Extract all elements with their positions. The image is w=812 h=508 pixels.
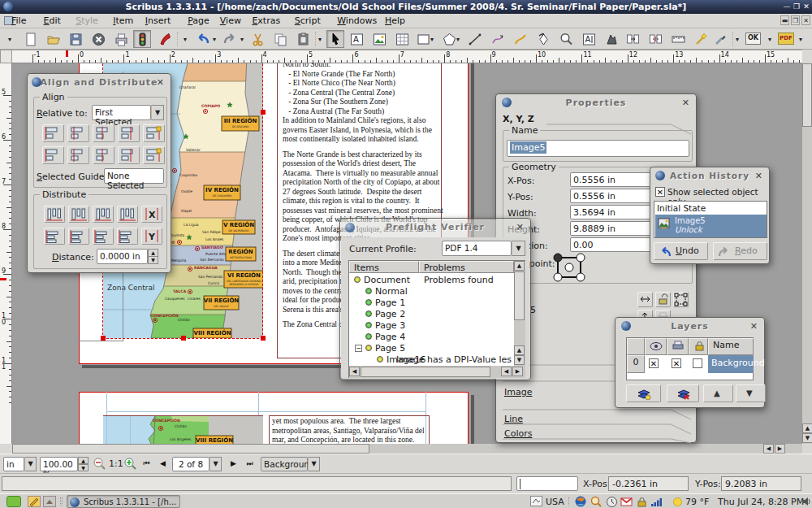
map-south-chile-image[interactable]: VIII REGIÓNCONCEPCIÓNChillánLos Angeles bbox=[103, 416, 263, 444]
scroll-down-icon[interactable]: ▼ bbox=[802, 433, 812, 443]
pdf-field-button[interactable]: PDF bbox=[778, 33, 794, 45]
select-caret[interactable]: ▾ bbox=[318, 36, 322, 43]
layer-lock-checkbox[interactable] bbox=[693, 358, 702, 368]
page-select[interactable]: 2 of 8 bbox=[172, 457, 209, 471]
tab-line[interactable]: Line bbox=[504, 414, 523, 424]
close-button[interactable]: ✕ bbox=[802, 2, 810, 11]
selection-handle[interactable] bbox=[181, 336, 186, 341]
flip-horizontal-button[interactable] bbox=[637, 292, 653, 307]
unlink-text-frames-button[interactable] bbox=[646, 30, 664, 48]
menu-view[interactable]: View bbox=[220, 15, 241, 26]
align-dialog-titlebar[interactable]: Align and Distribute ✕ bbox=[28, 75, 170, 90]
name-input[interactable]: Image5 bbox=[507, 140, 689, 157]
chevron-down-icon[interactable]: ▼ bbox=[512, 241, 525, 256]
distribute-button[interactable] bbox=[44, 206, 65, 223]
select-item-button[interactable] bbox=[326, 30, 344, 48]
tab-colors[interactable]: Colors bbox=[504, 428, 532, 439]
link-text-frames-button[interactable] bbox=[624, 30, 641, 48]
pdf-ok-button[interactable]: OK bbox=[745, 33, 761, 45]
chevron-down-icon[interactable]: ▼ bbox=[209, 457, 222, 471]
insert-freehand-button[interactable] bbox=[512, 30, 529, 48]
launcher-tool-icon[interactable] bbox=[43, 496, 56, 507]
print-button[interactable] bbox=[112, 30, 130, 48]
task-button-scribus[interactable]: Scribus 1.3.3.11 - [/h... bbox=[67, 495, 180, 508]
window-titlebar[interactable]: Scribus 1.3.3.11 - [/home/zach/Documents… bbox=[0, 0, 812, 14]
mdi-restore-button[interactable]: ❐ bbox=[791, 15, 800, 25]
distribute-button[interactable] bbox=[93, 228, 114, 245]
new-document-button[interactable] bbox=[21, 30, 39, 48]
copy-properties-button[interactable] bbox=[692, 30, 710, 48]
close-icon[interactable]: ✕ bbox=[750, 321, 758, 332]
delete-layer-button[interactable] bbox=[667, 384, 699, 402]
tray-gmail-icon[interactable] bbox=[620, 496, 633, 508]
story-editor-button[interactable] bbox=[603, 30, 620, 48]
zoom-button[interactable] bbox=[557, 30, 575, 48]
volume-icon[interactable] bbox=[801, 496, 812, 508]
zoom-out-icon[interactable] bbox=[93, 457, 106, 473]
zoom-spin-up[interactable]: ▲ bbox=[78, 457, 89, 464]
insert-line-button[interactable] bbox=[466, 30, 484, 48]
tab-image[interactable]: Image bbox=[504, 387, 532, 397]
redo-caret[interactable]: ▾ bbox=[213, 36, 216, 43]
cut-button[interactable] bbox=[248, 30, 266, 48]
mdi-close-button[interactable]: ✕ bbox=[801, 15, 810, 25]
history-item-selected[interactable]: Image5 Unlock bbox=[655, 215, 767, 237]
vertical-ruler[interactable]: 567891011 bbox=[0, 63, 12, 444]
redo-button[interactable]: Redo bbox=[713, 242, 767, 260]
maximize-button[interactable]: ❐ bbox=[793, 2, 801, 11]
distance-input[interactable]: 0.0000 in bbox=[97, 249, 148, 264]
minimize-button[interactable]: — bbox=[783, 2, 791, 11]
chevron-down-icon[interactable]: ▼ bbox=[24, 457, 37, 471]
preflight-titlebar[interactable]: Preflight Verifier ✕ bbox=[341, 219, 529, 237]
undo-caret[interactable]: ▾ bbox=[184, 36, 187, 43]
basepoint-widget[interactable] bbox=[552, 252, 588, 284]
align-button[interactable] bbox=[143, 124, 165, 142]
align-button[interactable] bbox=[93, 124, 114, 142]
zoom-spin-down[interactable]: ▼ bbox=[78, 464, 89, 471]
align-button[interactable] bbox=[67, 124, 89, 142]
toolbar-overflow-caret[interactable]: ▾ bbox=[8, 36, 11, 43]
scroll-left-icon[interactable]: ◀ bbox=[763, 444, 774, 454]
menu-page[interactable]: Page bbox=[188, 15, 209, 26]
insert-polygon-button[interactable] bbox=[440, 30, 458, 48]
mdi-minimize-button[interactable]: ▬ bbox=[780, 15, 789, 25]
align-button[interactable] bbox=[93, 146, 114, 164]
layers-titlebar[interactable]: Layers ✕ bbox=[616, 319, 763, 334]
save-document-button[interactable] bbox=[67, 30, 84, 48]
zoom-input[interactable]: 100.00 % bbox=[40, 457, 78, 471]
distribute-button[interactable] bbox=[44, 228, 65, 245]
vertical-scrollbar[interactable]: ▲ ▼ bbox=[802, 63, 812, 444]
align-button[interactable] bbox=[118, 124, 140, 142]
add-layer-button[interactable] bbox=[626, 384, 661, 402]
pdf-caret[interactable]: ▾ bbox=[799, 36, 802, 43]
lock-size-button[interactable] bbox=[673, 292, 689, 307]
align-button[interactable] bbox=[42, 124, 64, 142]
layer-name[interactable]: Background bbox=[708, 355, 754, 373]
lock-button[interactable] bbox=[655, 292, 671, 307]
zoom-in-icon[interactable] bbox=[123, 457, 137, 473]
show-selected-checkbox[interactable]: ✕ bbox=[655, 187, 665, 197]
rotate-item-button[interactable] bbox=[534, 30, 552, 48]
menu-help[interactable]: Help bbox=[385, 15, 405, 26]
measurements-button[interactable] bbox=[669, 30, 687, 48]
zoom-1-1-button[interactable]: 1:1 bbox=[109, 458, 123, 469]
undo-button[interactable] bbox=[193, 30, 211, 48]
lower-layer-button[interactable]: ▼ bbox=[736, 384, 766, 402]
horizontal-ruler[interactable]: -10123456789101112131415 bbox=[12, 50, 802, 63]
raise-layer-button[interactable]: ▲ bbox=[703, 384, 733, 402]
tray-browser-icon[interactable] bbox=[575, 496, 587, 508]
command-input[interactable]: ​ bbox=[516, 476, 578, 491]
history-list[interactable]: Initial State Image5 Unlock bbox=[654, 201, 767, 238]
history-item-initial[interactable]: Initial State bbox=[657, 203, 706, 213]
scroll-up-icon[interactable]: ▲ bbox=[802, 423, 812, 433]
menu-file[interactable]: File bbox=[11, 15, 26, 26]
distribute-button[interactable] bbox=[68, 206, 89, 223]
undo-button[interactable]: Undo bbox=[654, 242, 708, 260]
page2-text-frame[interactable]: yet most populous area. The three larges… bbox=[272, 417, 434, 444]
align-button[interactable] bbox=[42, 146, 64, 164]
launcher-notes-icon[interactable] bbox=[28, 496, 41, 507]
chevron-down-icon[interactable]: ▼ bbox=[151, 105, 164, 120]
layer-select[interactable]: Background bbox=[261, 457, 308, 471]
distribute-button[interactable] bbox=[117, 206, 138, 223]
ruler-origin-box[interactable] bbox=[0, 50, 12, 63]
